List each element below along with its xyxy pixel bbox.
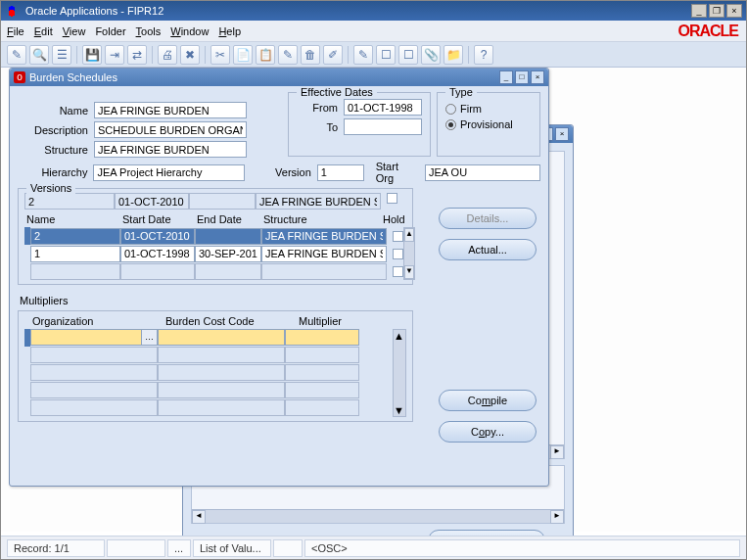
status-bar: Record: 1/1 ... List of Valu... <OSC> (1, 536, 746, 559)
actual-button[interactable]: Actual... (439, 239, 537, 260)
table-row[interactable] (24, 262, 403, 280)
tb-edit-icon[interactable]: ✐ (323, 45, 343, 65)
table-row[interactable] (24, 245, 403, 262)
structure-field[interactable] (94, 141, 247, 158)
table-row[interactable] (24, 227, 403, 245)
type-legend: Type (445, 86, 477, 98)
row0-name[interactable] (30, 228, 120, 245)
row1-end[interactable] (195, 246, 261, 262)
tb-print-icon[interactable]: 🖨 (158, 45, 177, 65)
details-button[interactable]: Details... (439, 208, 537, 229)
multipliers-scrollbar[interactable]: ▲▼ (393, 329, 406, 417)
tb-folder-icon[interactable]: 📁 (444, 45, 463, 65)
form-titlebar[interactable]: o Burden Schedules _ □ × (10, 69, 548, 86)
close-button[interactable]: × (726, 4, 742, 18)
bg-scrollbar-2[interactable]: ◄► (192, 509, 564, 523)
row1-struct[interactable] (261, 246, 387, 262)
row1-hold[interactable] (393, 249, 403, 259)
hierarchy-label: Hierarchy (18, 166, 87, 178)
tb-tools3-icon[interactable]: ☐ (398, 45, 418, 65)
row0-start[interactable] (120, 228, 195, 245)
vfilter-hold-check[interactable] (387, 193, 397, 204)
mult-row[interactable]: … (24, 329, 393, 347)
description-field[interactable] (94, 121, 247, 138)
status-blank2 (273, 539, 303, 557)
tb-delete-icon[interactable]: 🗑 (301, 45, 320, 65)
form-max-icon[interactable]: □ (515, 70, 529, 84)
window-titlebar: Oracle Applications - FIPR12 _ ❐ × (1, 1, 746, 21)
form-close-icon[interactable]: × (531, 70, 544, 84)
tb-nav-icon[interactable]: ☰ (52, 45, 71, 65)
versions-scrollbar[interactable]: ▲▼ (403, 227, 415, 280)
to-label: To (297, 121, 338, 133)
tb-find-icon[interactable]: 🔍 (29, 45, 49, 65)
radio-firm[interactable]: Firm (445, 103, 532, 115)
structure-label: Structure (18, 144, 88, 156)
menu-view[interactable]: View (63, 25, 86, 37)
menu-window[interactable]: Window (170, 25, 209, 37)
name-field[interactable] (94, 102, 247, 118)
startorg-field[interactable] (425, 164, 540, 181)
mcol-bcc: Burden Cost Code (165, 315, 299, 327)
col-start: Start Date (120, 213, 195, 225)
compile-button[interactable]: Compile (439, 390, 537, 411)
from-date-field[interactable] (344, 99, 422, 116)
row1-name[interactable] (30, 246, 120, 262)
tb-copy-icon[interactable]: 📄 (233, 45, 253, 65)
menu-file[interactable]: File (7, 25, 24, 37)
m0-org[interactable] (30, 329, 142, 346)
row1-start[interactable] (120, 246, 195, 262)
tb-close-form-icon[interactable]: ✖ (180, 45, 200, 65)
tb-help-icon[interactable]: ? (474, 45, 493, 65)
version-field[interactable] (317, 164, 364, 181)
m0-mult[interactable] (285, 329, 359, 346)
mult-row[interactable] (24, 399, 393, 417)
row2-name[interactable] (30, 263, 120, 280)
tb-new-icon[interactable]: ✎ (7, 45, 26, 65)
vfilter-end[interactable] (189, 193, 256, 210)
menu-edit[interactable]: Edit (34, 25, 53, 37)
mdi-area: _ □ × sac + System ◄► ◄► Open o Burden S… (1, 68, 746, 532)
row2-hold[interactable] (393, 266, 403, 277)
tb-cut-icon[interactable]: ✂ (210, 45, 230, 65)
tb-save-icon[interactable]: 💾 (82, 45, 102, 65)
tb-clear-icon[interactable]: ✎ (278, 45, 298, 65)
hierarchy-field[interactable] (93, 164, 245, 181)
tb-tools2-icon[interactable]: ☐ (376, 45, 396, 65)
row2-struct[interactable] (261, 263, 387, 280)
row0-hold[interactable] (393, 231, 403, 242)
status-dots: ... (167, 539, 191, 557)
tb-switch-icon[interactable]: ⇄ (127, 45, 147, 65)
vfilter-struct[interactable] (256, 193, 381, 210)
row0-struct[interactable] (261, 228, 387, 245)
bg-close-icon[interactable]: × (555, 127, 569, 141)
row2-end[interactable] (195, 263, 261, 280)
copy-button[interactable]: Copy... (439, 421, 537, 443)
menu-help[interactable]: Help (218, 25, 241, 37)
tb-attach-icon[interactable]: 📎 (421, 45, 441, 65)
to-date-field[interactable] (344, 118, 422, 135)
multipliers-group: Organization Burden Cost Code Multiplier… (18, 310, 413, 422)
menu-tools[interactable]: Tools (136, 25, 162, 37)
vfilter-name[interactable] (24, 193, 115, 210)
restore-button[interactable]: ❐ (709, 4, 724, 18)
tb-paste-icon[interactable]: 📋 (256, 45, 275, 65)
menu-folder[interactable]: Folder (95, 25, 125, 37)
minimize-button[interactable]: _ (691, 4, 707, 18)
tb-tools1-icon[interactable]: ✎ (353, 45, 373, 65)
burden-schedules-window: o Burden Schedules _ □ × Name Descriptio… (9, 68, 549, 487)
m0-bcc[interactable] (158, 329, 285, 346)
vfilter-start[interactable] (115, 193, 189, 210)
form-min-icon[interactable]: _ (499, 70, 513, 84)
menu-bar: File Edit View Folder Tools Window Help … (1, 21, 746, 42)
versions-legend: Versions (26, 182, 75, 194)
row2-start[interactable] (120, 263, 195, 280)
row0-end[interactable] (195, 228, 261, 245)
mult-row[interactable] (24, 347, 393, 364)
tb-step-icon[interactable]: ⇥ (105, 45, 124, 65)
radio-provisional[interactable]: Provisional (445, 118, 532, 130)
mult-row[interactable] (24, 382, 393, 399)
lov-button[interactable]: … (142, 329, 158, 346)
mult-row[interactable] (24, 364, 393, 382)
effective-dates-group: Effective Dates From To (288, 92, 431, 157)
